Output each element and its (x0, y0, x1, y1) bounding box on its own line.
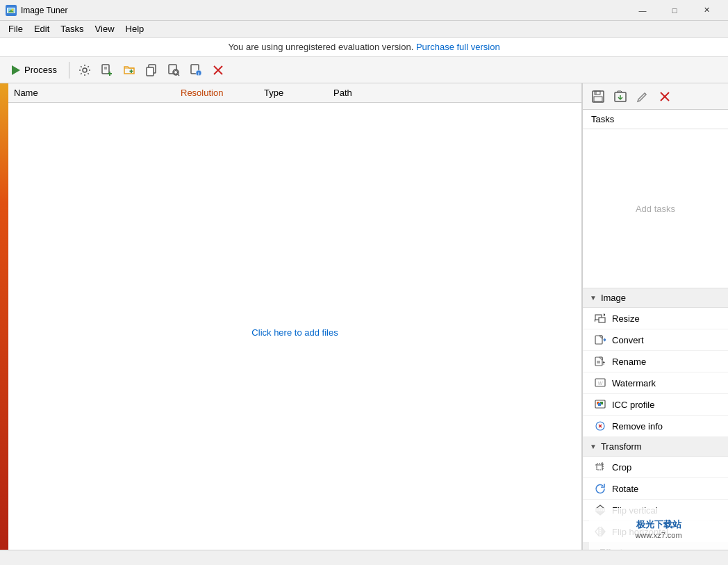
app-icon (6, 5, 17, 16)
task-label-convert: Convert (612, 335, 644, 345)
task-item-rename[interactable]: Rename (583, 351, 728, 372)
task-label-remove-info: Remove info (612, 421, 663, 432)
purchase-link[interactable]: Purchase full version (416, 42, 500, 52)
crop-icon (594, 461, 606, 473)
app-title: Image Tuner (21, 6, 627, 15)
file-area: Name Resolution Type Path Click here to … (8, 83, 582, 562)
add-tasks-label: Add tasks (636, 204, 675, 214)
load-task-icon (614, 90, 627, 103)
play-icon (12, 65, 20, 75)
task-label-rotate: Rotate (612, 484, 638, 494)
remove-task-icon (659, 90, 671, 103)
save-task-button[interactable] (588, 87, 608, 106)
section-transform-label: Transform (601, 441, 642, 452)
section-image[interactable]: ▼ Image (583, 288, 728, 308)
remove-info-icon (594, 420, 606, 432)
task-label-resize: Resize (612, 313, 640, 324)
close-button[interactable]: ✕ (690, 0, 722, 21)
settings-icon (78, 64, 91, 76)
svg-line-18 (178, 74, 179, 76)
add-file-icon (101, 64, 113, 76)
copy-icon (145, 64, 158, 76)
watermark-icon: W (594, 377, 606, 389)
load-task-button[interactable] (611, 87, 630, 106)
svg-point-5 (83, 68, 87, 72)
process-label: Process (24, 65, 57, 75)
add-file-button[interactable] (97, 60, 117, 80)
task-item-watermark[interactable]: W Watermark (583, 372, 728, 394)
window-controls: — □ ✕ (627, 0, 722, 21)
menubar: File Edit Tasks View Help (0, 21, 728, 38)
menu-tasks[interactable]: Tasks (55, 22, 89, 35)
task-label-rename: Rename (612, 357, 646, 367)
notification-bar: You are using unregistered evaluation ve… (0, 38, 728, 57)
watermark-brand: 极光下载站 (636, 518, 681, 531)
maximize-button[interactable]: □ (659, 0, 690, 21)
edit-task-button[interactable] (633, 87, 652, 106)
svg-rect-42 (598, 403, 601, 406)
remove-task-button[interactable] (655, 87, 675, 106)
col-header-name: Name (14, 88, 181, 98)
icc-icon (594, 398, 606, 411)
file-info-button[interactable]: i (186, 60, 206, 80)
col-header-type: Type (264, 88, 333, 98)
section-image-label: Image (601, 293, 626, 303)
toolbar-separator-1 (69, 62, 69, 79)
right-panel: Tasks Add tasks ▼ Image Resize (582, 83, 728, 562)
search-button[interactable] (164, 60, 183, 80)
left-decoration (0, 83, 8, 562)
svg-point-4 (12, 8, 14, 10)
menu-view[interactable]: View (90, 22, 120, 35)
copy-button[interactable] (142, 60, 161, 80)
titlebar: Image Tuner — □ ✕ (0, 0, 728, 21)
file-info-icon: i (190, 64, 202, 76)
svg-text:W: W (598, 381, 604, 386)
task-item-rotate[interactable]: Rotate (583, 478, 728, 500)
add-folder-button[interactable] (119, 60, 139, 80)
menu-file[interactable]: File (3, 22, 28, 35)
notification-text: You are using unregistered evaluation ve… (228, 42, 413, 52)
edit-task-icon (636, 90, 649, 103)
section-image-chevron: ▼ (590, 294, 597, 302)
convert-icon (594, 334, 606, 346)
menu-edit[interactable]: Edit (28, 22, 55, 35)
col-header-path: Path (333, 88, 576, 98)
column-headers: Name Resolution Type Path (8, 83, 581, 103)
menu-help[interactable]: Help (120, 22, 150, 35)
task-label-icc: ICC profile (612, 400, 654, 410)
remove-icon (212, 64, 224, 76)
svg-rect-32 (599, 318, 605, 322)
svg-rect-26 (594, 97, 602, 101)
resize-icon (594, 312, 606, 325)
main-layout: Name Resolution Type Path Click here to … (0, 83, 728, 562)
file-list-empty[interactable]: Click here to add files (8, 103, 581, 562)
process-button[interactable]: Process (6, 61, 63, 79)
task-item-convert[interactable]: Convert (583, 329, 728, 351)
task-item-remove-info[interactable]: Remove info (583, 416, 728, 437)
task-label-crop: Crop (612, 462, 631, 473)
add-tasks-area: Add tasks (583, 129, 728, 288)
add-files-link[interactable]: Click here to add files (251, 327, 338, 338)
toolbar: Process (0, 57, 728, 83)
tasks-header: Tasks (583, 110, 728, 129)
svg-text:i: i (198, 71, 199, 76)
section-transform-chevron: ▼ (590, 443, 597, 450)
task-item-resize[interactable]: Resize (583, 308, 728, 329)
rotate-icon (594, 482, 606, 495)
task-item-icc[interactable]: ICC profile (583, 394, 728, 416)
minimize-button[interactable]: — (627, 0, 659, 21)
settings-button[interactable] (75, 60, 94, 80)
save-task-icon (592, 90, 604, 103)
task-label-watermark: Watermark (612, 378, 656, 388)
rename-icon (594, 355, 606, 368)
right-toolbar (583, 83, 728, 110)
remove-button[interactable] (208, 60, 228, 80)
task-item-crop[interactable]: Crop (583, 457, 728, 478)
col-header-resolution: Resolution (181, 88, 264, 98)
statusbar (0, 550, 728, 565)
search-icon (167, 64, 180, 76)
section-transform[interactable]: ▼ Transform (583, 437, 728, 457)
watermark-url: www.xz7.com (635, 531, 681, 539)
add-folder-icon (123, 64, 135, 76)
watermark-overlay: 极光下载站 www.xz7.com (589, 508, 728, 550)
